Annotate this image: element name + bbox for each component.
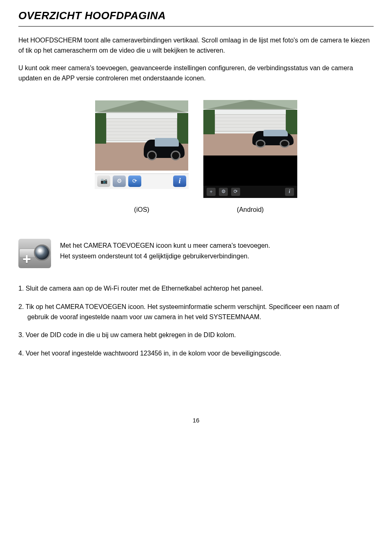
android-caption: (Android) xyxy=(203,205,297,214)
add-camera-text-2: Het systeem ondersteunt tot 4 gelijktijd… xyxy=(60,252,374,261)
page-heading: OVERZICHT HOOFDPAGINA xyxy=(18,8,374,27)
step-2-line-2: gebruik de vooraf ingestelde naam voor u… xyxy=(18,312,374,322)
settings-icon: ⚙ xyxy=(113,176,126,187)
screenshots-row: 📷 ⚙ ⟳ i ＋ ⚙ ⟳ i xyxy=(18,100,374,198)
intro-paragraph-1: Het HOOFDSCHERM toont alle cameraverbind… xyxy=(18,36,374,56)
add-camera-icon: ＋ xyxy=(207,188,216,196)
step-4: 4. Voer het vooraf ingestelde wachtwoord… xyxy=(18,349,374,359)
step-2-line-1: 2. Tik op het CAMERA TOEVOEGEN icoon. He… xyxy=(18,303,339,310)
add-camera-icon: 📷 xyxy=(97,176,110,187)
camera-scene-image xyxy=(95,100,188,171)
add-camera-description: + Met het CAMERA TOEVOEGEN icoon kunt u … xyxy=(18,239,374,268)
steps-list: 1. Sluit de camera aan op de Wi-Fi route… xyxy=(18,284,374,359)
info-icon: i xyxy=(285,188,294,196)
page-number: 16 xyxy=(18,416,374,424)
ios-camera-preview xyxy=(95,100,189,171)
android-black-area xyxy=(203,156,297,186)
step-2: 2. Tik op het CAMERA TOEVOEGEN icoon. He… xyxy=(18,302,374,322)
intro-paragraph-2: U kunt ook meer camera's toevoegen, geav… xyxy=(18,63,374,84)
ios-toolbar: 📷 ⚙ ⟳ i xyxy=(95,173,189,189)
step-3: 3. Voer de DID code in die u bij uw came… xyxy=(18,330,374,340)
settings-icon: ⚙ xyxy=(219,188,228,196)
camera-scene-image xyxy=(203,100,297,156)
android-camera-preview xyxy=(203,100,297,156)
android-screenshot: ＋ ⚙ ⟳ i xyxy=(203,100,297,198)
refresh-icon: ⟳ xyxy=(128,176,141,187)
add-camera-text-1: Met het CAMERA TOEVOEGEN icoon kunt u me… xyxy=(60,241,374,250)
android-toolbar: ＋ ⚙ ⟳ i xyxy=(203,186,297,198)
refresh-icon: ⟳ xyxy=(231,188,240,196)
step-1: 1. Sluit de camera aan op de Wi-Fi route… xyxy=(18,284,374,294)
info-icon: i xyxy=(173,176,186,187)
ios-caption: (iOS) xyxy=(95,205,189,214)
add-camera-large-icon: + xyxy=(18,239,51,268)
captions-row: (iOS) (Android) xyxy=(18,201,374,214)
ios-screenshot: 📷 ⚙ ⟳ i xyxy=(95,100,189,198)
